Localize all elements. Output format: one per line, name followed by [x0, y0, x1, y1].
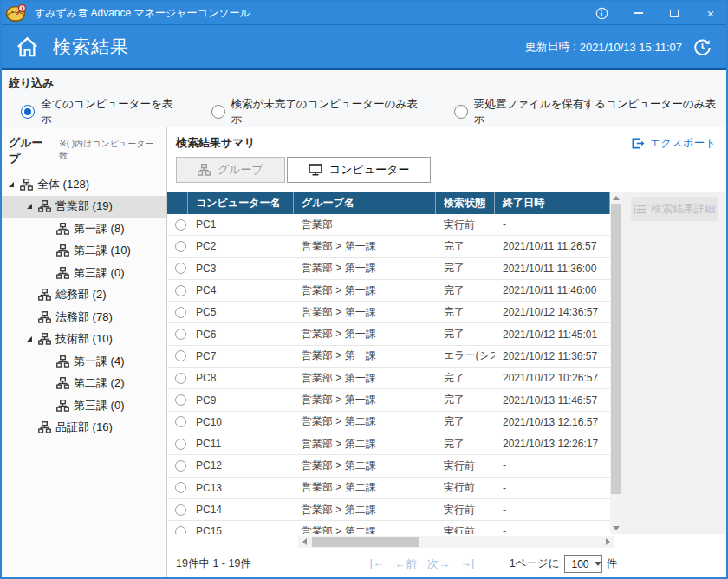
tree-expander-icon[interactable]: [9, 182, 14, 187]
table-row[interactable]: PC2 営業部 > 第一課 完了 2021/10/11 11:26:57: [167, 236, 610, 257]
tree-item[interactable]: 総務部 (2): [2, 284, 166, 307]
tab-computer[interactable]: コンピューター: [287, 157, 432, 183]
scroll-down-icon[interactable]: [613, 523, 620, 534]
page-size-select[interactable]: 100: [564, 555, 602, 573]
row-radio[interactable]: [175, 307, 186, 318]
summary-title: 検索結果サマリ: [176, 135, 256, 151]
row-radio[interactable]: [175, 504, 186, 516]
export-button[interactable]: エクスポート: [632, 136, 716, 151]
tree-item-label: 第三課 (0): [74, 398, 125, 413]
org-chart-icon: [38, 200, 51, 212]
tree-item-label: 第一課 (4): [74, 354, 125, 369]
cell-group-name: 営業部 > 第二課: [294, 437, 436, 452]
next-page-button[interactable]: 次→: [427, 556, 450, 572]
tree-item-label: 技術部 (10): [55, 331, 113, 347]
row-radio[interactable]: [175, 219, 186, 231]
row-radio[interactable]: [175, 350, 186, 361]
tree-item[interactable]: 第三課 (0): [2, 394, 166, 417]
row-radio[interactable]: [175, 439, 186, 450]
tree-item[interactable]: 第一課 (8): [2, 218, 166, 240]
scroll-left-icon[interactable]: [298, 536, 310, 548]
table-row[interactable]: PC8 営業部 > 第一課 完了 2021/10/12 10:26:57: [167, 368, 610, 389]
horizontal-scrollbar-thumb[interactable]: [312, 537, 419, 547]
tree-item[interactable]: 全体 (128): [2, 173, 166, 196]
minimize-button[interactable]: [631, 6, 645, 20]
chevron-down-icon: [595, 562, 601, 566]
info-icon[interactable]: [595, 6, 608, 20]
vertical-scrollbar[interactable]: [610, 192, 622, 534]
table-row[interactable]: PC6 営業部 > 第一課 完了 2021/10/12 11:45:01: [167, 323, 610, 345]
table-row[interactable]: PC10 営業部 > 第二課 完了 2021/10/13 12:16:57: [167, 412, 610, 433]
cell-search-status: 完了: [436, 283, 495, 298]
row-radio[interactable]: [175, 526, 186, 534]
tree-item[interactable]: 第一課 (4): [2, 350, 166, 373]
group-sidebar: グループ ※( )内はコンピューター数 全体 (128) 営業部 (19): [2, 127, 167, 577]
cell-finish-datetime: 2021/10/12 10:26:57: [495, 372, 610, 384]
table-row[interactable]: PC12 営業部 > 第二課 実行前 -: [167, 455, 610, 477]
filter-option-action-required[interactable]: 要処置ファイルを保有するコンピューターのみ表示: [454, 97, 718, 127]
row-radio[interactable]: [175, 241, 186, 252]
list-detail-icon: [634, 205, 646, 214]
filter-option-all[interactable]: 全てのコンピューターを表示: [21, 97, 179, 127]
table-row[interactable]: PC15 営業部 > 第二課 実行前 -: [167, 521, 610, 534]
scroll-right-icon[interactable]: [601, 536, 614, 548]
maximize-button[interactable]: [667, 6, 681, 20]
tree-item[interactable]: 営業部 (19): [2, 196, 166, 218]
table-row[interactable]: PC4 営業部 > 第一課 完了 2021/10/11 11:46:00: [167, 280, 610, 302]
table-row[interactable]: PC9 営業部 > 第一課 完了 2021/10/13 11:46:57: [167, 389, 610, 411]
prev-page-button[interactable]: ←前: [394, 556, 417, 572]
tree-item-label: 営業部 (19): [55, 198, 113, 214]
tree-item[interactable]: 品証部 (16): [2, 417, 166, 439]
tree-item[interactable]: 第二課 (2): [2, 373, 166, 395]
cell-search-status: 完了: [436, 371, 495, 386]
tree-expander-icon[interactable]: [27, 336, 32, 342]
table-row[interactable]: PC13 営業部 > 第二課 実行前 -: [167, 478, 610, 499]
tab-group[interactable]: グループ: [176, 157, 285, 183]
close-button[interactable]: ×: [704, 6, 718, 20]
table-row[interactable]: PC7 営業部 > 第一課 エラー(システム... 2021/10/12 11:…: [167, 346, 610, 368]
header-finish-datetime[interactable]: 終了日時: [495, 192, 610, 214]
first-page-button[interactable]: |←: [370, 556, 384, 572]
table-row[interactable]: PC3 営業部 > 第一課 完了 2021/10/11 11:36:00: [167, 258, 610, 280]
header-group-name[interactable]: グループ名: [294, 192, 436, 214]
row-radio[interactable]: [175, 482, 186, 493]
row-radio[interactable]: [175, 394, 186, 406]
page-size-suffix: 件: [607, 556, 618, 571]
table-row[interactable]: PC11 営業部 > 第二課 完了 2021/10/13 12:26:17: [167, 433, 610, 455]
org-chart-icon: [20, 179, 33, 191]
table-row[interactable]: PC14 営業部 > 第二課 実行前 -: [167, 499, 610, 521]
home-icon[interactable]: [16, 36, 39, 59]
cell-computer-name: PC11: [188, 438, 294, 450]
row-radio[interactable]: [175, 416, 186, 427]
cell-finish-datetime: -: [495, 218, 610, 231]
cell-group-name: 営業部 > 第一課: [294, 283, 436, 298]
table-row[interactable]: PC1 営業部 実行前 -: [167, 214, 610, 236]
tree-item[interactable]: 法務部 (78): [2, 306, 166, 329]
row-radio[interactable]: [175, 373, 186, 384]
tree-item-label: 第一課 (8): [74, 221, 125, 237]
filter-option-incomplete[interactable]: 検索が未完了のコンピューターのみ表示: [211, 97, 421, 127]
vertical-scrollbar-thumb[interactable]: [611, 204, 621, 494]
tree-expander-icon[interactable]: [27, 204, 32, 209]
tree-item[interactable]: 第二課 (10): [2, 240, 166, 263]
header-computer-name[interactable]: コンピューター名: [188, 192, 294, 214]
pagination-bar: 19件中 1 - 19件 |← ←前 次→ →| 1ページに 100 件: [167, 550, 622, 577]
row-radio[interactable]: [175, 329, 186, 340]
row-radio[interactable]: [175, 460, 186, 472]
row-radio[interactable]: [175, 285, 186, 296]
scroll-up-icon[interactable]: [613, 192, 620, 204]
tree-item[interactable]: 技術部 (10): [2, 329, 166, 351]
refresh-icon[interactable]: [692, 37, 712, 57]
row-radio[interactable]: [175, 263, 186, 274]
horizontal-scrollbar[interactable]: [298, 536, 614, 548]
cell-group-name: 営業部: [294, 218, 436, 232]
tree-item[interactable]: 第三課 (0): [2, 262, 166, 284]
table-row[interactable]: PC5 営業部 > 第一課 完了 2021/10/12 14:36:57: [167, 302, 610, 323]
search-result-detail-button[interactable]: 検索結果詳細: [631, 197, 718, 221]
cell-search-status: 実行前: [436, 503, 495, 517]
cell-finish-datetime: 2021/10/13 12:26:17: [495, 438, 610, 450]
header-search-status[interactable]: 検索状態: [436, 192, 495, 214]
last-page-button[interactable]: →|: [460, 556, 474, 572]
cell-group-name: 営業部 > 第二課: [294, 503, 436, 517]
sidebar-note: ※( )内はコンピューター数: [59, 138, 161, 162]
